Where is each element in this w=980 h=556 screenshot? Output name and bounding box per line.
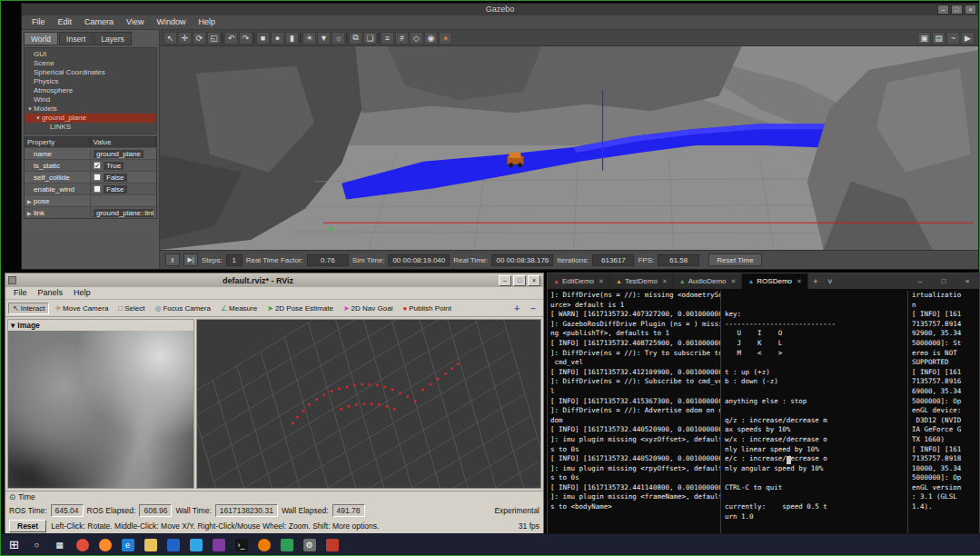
menu-item[interactable]: File bbox=[8, 287, 33, 299]
snap-icon[interactable]: # bbox=[395, 32, 409, 45]
tab-close-icon[interactable]: ✕ bbox=[797, 278, 802, 285]
copy-icon[interactable]: ⧉ bbox=[349, 32, 362, 45]
add-tool-button[interactable]: + bbox=[510, 302, 524, 315]
tree-item[interactable]: ▼Models bbox=[25, 104, 156, 114]
redo-icon[interactable]: ↷ bbox=[239, 32, 252, 45]
minimize-button[interactable]: – bbox=[908, 273, 932, 289]
record-video-icon[interactable]: ▶ bbox=[961, 32, 975, 45]
app-store[interactable] bbox=[162, 534, 184, 556]
point-light-icon[interactable]: ☀ bbox=[302, 32, 316, 45]
panel-tab[interactable]: World bbox=[24, 32, 58, 45]
gazebo-3d-viewport[interactable] bbox=[160, 46, 978, 250]
tool-icon[interactable] bbox=[222, 33, 223, 44]
tree-item[interactable]: Wind bbox=[25, 95, 156, 104]
move-camera-tool[interactable]: ✛Move Camera bbox=[50, 303, 113, 314]
menu-item[interactable]: Help bbox=[68, 287, 96, 299]
plot-icon[interactable]: ~ bbox=[946, 32, 960, 45]
cylinder-shape-icon[interactable]: ▮ bbox=[285, 32, 299, 45]
app-vscode[interactable] bbox=[184, 534, 207, 556]
menu-item[interactable]: Camera bbox=[78, 15, 120, 29]
align-icon[interactable]: ≡ bbox=[381, 32, 394, 45]
tab-audiodemo[interactable]: ▲ AudioDemo ✕ bbox=[674, 273, 743, 289]
pause-button[interactable]: ‖ bbox=[165, 253, 180, 266]
sphere-shape-icon[interactable]: ● bbox=[271, 32, 284, 45]
collapse-icon[interactable]: ▾ bbox=[11, 321, 15, 330]
view-angle-icon[interactable]: ◇ bbox=[410, 32, 423, 45]
maximize-button[interactable]: □ bbox=[513, 275, 526, 286]
app-edge[interactable]: e bbox=[116, 534, 139, 556]
tab-close-icon[interactable]: ✕ bbox=[731, 278, 737, 285]
tree-item[interactable]: Scene bbox=[25, 59, 156, 68]
minimize-button[interactable]: – bbox=[937, 5, 949, 15]
task-view-button[interactable]: ▦ bbox=[48, 534, 71, 556]
reset-time-button[interactable]: Reset Time bbox=[708, 253, 761, 266]
pose-estimate-tool[interactable]: ➤2D Pose Estimate bbox=[262, 303, 338, 314]
translate-tool-icon[interactable]: ✛ bbox=[178, 32, 192, 45]
step-button[interactable]: ▶| bbox=[183, 253, 198, 266]
record-log-icon[interactable]: ● bbox=[439, 32, 452, 45]
tree-item[interactable]: GUI bbox=[25, 50, 156, 59]
menu-item[interactable]: File bbox=[25, 15, 52, 29]
menu-item[interactable]: Panels bbox=[33, 287, 69, 299]
app-chrome[interactable] bbox=[71, 534, 94, 556]
rotate-tool-icon[interactable]: ⟳ bbox=[193, 32, 206, 45]
tab-close-icon[interactable]: ✕ bbox=[662, 278, 668, 285]
undo-icon[interactable]: ↶ bbox=[224, 32, 238, 45]
app-visual-studio[interactable] bbox=[207, 534, 230, 556]
gl-info-pane[interactable]: irtualization[ INFO] [1617135757.8914929… bbox=[908, 291, 979, 533]
checkbox-icon[interactable] bbox=[94, 174, 101, 181]
menu-item[interactable]: Edit bbox=[52, 15, 79, 29]
rviz-3d-view[interactable] bbox=[196, 319, 541, 489]
box-shape-icon[interactable]: ■ bbox=[256, 32, 270, 45]
nav-goal-tool[interactable]: ➤2D Nav Goal bbox=[339, 303, 398, 314]
tree-item[interactable]: Spherical Coordinates bbox=[25, 68, 156, 77]
tree-item[interactable]: ▼ground_plane bbox=[25, 114, 156, 123]
tab-testdemo[interactable]: ▲ TestDemo ✕ bbox=[610, 273, 674, 289]
panel-tab[interactable]: Layers bbox=[94, 32, 132, 45]
property-row[interactable]: self_collide False bbox=[25, 171, 156, 183]
property-row[interactable]: ▶pose bbox=[25, 194, 156, 206]
measure-tool[interactable]: ∠Measure bbox=[216, 303, 262, 314]
app-cmd[interactable]: ›_ bbox=[230, 534, 252, 556]
tab-close-icon[interactable]: ✕ bbox=[599, 278, 604, 285]
property-row[interactable]: enable_wind False bbox=[25, 183, 156, 194]
tool-icon[interactable] bbox=[378, 33, 380, 44]
reset-button[interactable]: Reset bbox=[9, 520, 46, 532]
app-file-explorer[interactable] bbox=[139, 534, 162, 556]
screenshot-icon[interactable]: ◉ bbox=[424, 32, 438, 45]
app-gazebo[interactable] bbox=[321, 534, 343, 556]
tree-item[interactable]: LINKS bbox=[25, 123, 156, 132]
tab-rosdemo[interactable]: ▲ ROSDemo ✕ bbox=[742, 273, 808, 289]
start-button[interactable]: ⊞ bbox=[3, 534, 25, 556]
tree-item[interactable]: Physics bbox=[25, 77, 156, 86]
close-button[interactable]: × bbox=[528, 275, 540, 286]
app-sharp[interactable] bbox=[275, 534, 298, 556]
minimize-button[interactable]: – bbox=[499, 275, 511, 286]
remove-tool-button[interactable]: − bbox=[526, 302, 540, 315]
checkbox-icon[interactable] bbox=[94, 162, 101, 169]
property-row[interactable]: ▶link ground_plane::link bbox=[25, 206, 156, 218]
app-settings[interactable]: ⚙ bbox=[298, 534, 321, 556]
spot-light-icon[interactable]: ▼ bbox=[317, 32, 331, 45]
close-button[interactable]: × bbox=[965, 5, 976, 15]
tool-icon[interactable] bbox=[346, 33, 348, 44]
search-button[interactable]: ○ bbox=[25, 534, 48, 556]
property-row[interactable]: name ground_plane bbox=[25, 147, 156, 159]
directional-light-icon[interactable]: ☼ bbox=[332, 32, 345, 45]
save-world-icon[interactable]: ▣ bbox=[917, 32, 931, 45]
tool-icon[interactable] bbox=[253, 33, 255, 44]
select-tool-icon[interactable]: ↖ bbox=[163, 32, 177, 45]
checkbox-icon[interactable] bbox=[94, 185, 101, 193]
maximize-button[interactable]: □ bbox=[932, 273, 955, 289]
publish-point-tool[interactable]: ●Publish Point bbox=[398, 303, 456, 314]
gazebo-titlebar[interactable]: Gazebo – □ × bbox=[22, 4, 978, 15]
tree-item[interactable]: Atmosphere bbox=[25, 86, 156, 95]
scale-tool-icon[interactable]: ◱ bbox=[207, 32, 221, 45]
image-capture-icon[interactable]: ▤ bbox=[932, 32, 945, 45]
teleop-pane[interactable]: key:--------------------------- U I O J … bbox=[721, 291, 908, 533]
paste-icon[interactable]: ❏ bbox=[363, 32, 377, 45]
steps-value[interactable]: 1 bbox=[226, 254, 243, 266]
close-button[interactable]: × bbox=[955, 273, 979, 289]
app-firefox[interactable] bbox=[94, 534, 116, 556]
tab-dropdown-button[interactable]: ˅ bbox=[823, 273, 837, 289]
